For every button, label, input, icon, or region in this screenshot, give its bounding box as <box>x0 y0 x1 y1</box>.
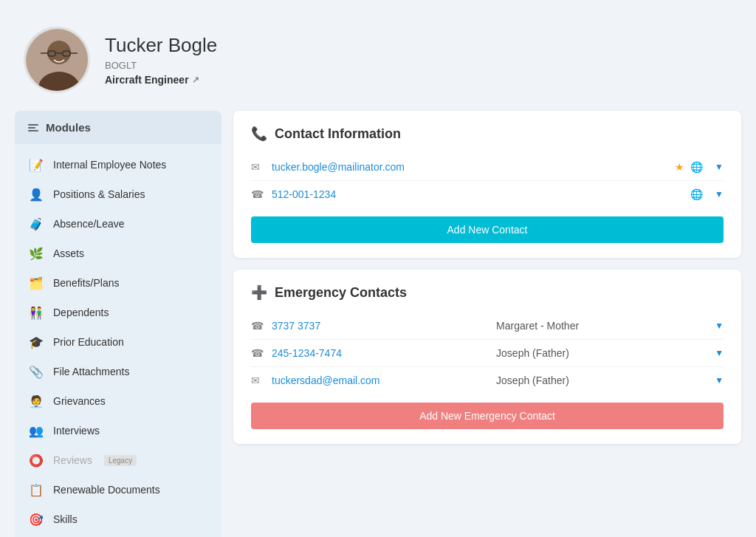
sidebar-item-label-assets: Assets <box>53 247 84 259</box>
profile-name: Tucker Bogle <box>105 34 217 57</box>
sidebar-item-label-prior-education: Prior Education <box>53 336 124 348</box>
sidebar-item-absence-leave[interactable]: 🧳Absence/Leave <box>15 209 221 239</box>
sidebar-item-label-skills: Skills <box>53 513 78 525</box>
modules-icon <box>28 124 38 131</box>
prior-education-icon: 🎓 <box>28 334 44 350</box>
sidebar-list: 📝Internal Employee Notes👤Positions & Sal… <box>15 144 221 537</box>
sidebar: Modules 📝Internal Employee Notes👤Positio… <box>15 111 221 537</box>
sidebar-item-label-interviews: Interviews <box>53 425 100 437</box>
sidebar-item-internal-employee-notes[interactable]: 📝Internal Employee Notes <box>15 150 221 179</box>
emergency-list: ☎3737 3737Margaret - Mother▼☎245-1234-74… <box>251 312 724 394</box>
sidebar-item-renewable-documents[interactable]: 📋Renewable Documents <box>15 475 221 504</box>
contact-badges-1: 🌐▼ <box>690 188 724 200</box>
emergency-contact-value-0: 3737 3737 <box>272 320 484 332</box>
phone-icon: ☎ <box>251 320 272 332</box>
emergency-contact-name-0: Margaret - Mother <box>496 320 709 332</box>
sidebar-item-assets[interactable]: 🌿Assets <box>15 239 221 268</box>
emergency-contact-value-2: tuckersdad@email.com <box>272 374 484 386</box>
sidebar-item-label-grievances: Grievances <box>53 395 106 407</box>
profile-title: Aircraft Engineer ↗ <box>105 74 217 86</box>
emergency-row-0: ☎3737 3737Margaret - Mother▼ <box>251 312 724 340</box>
interviews-icon: 👥 <box>28 423 44 439</box>
sidebar-item-positions-salaries[interactable]: 👤Positions & Salaries <box>15 179 221 209</box>
emergency-row-2: ✉tuckersdad@email.comJoseph (Father)▼ <box>251 367 724 394</box>
emergency-contacts-card: ➕ Emergency Contacts ☎3737 3737Margaret … <box>233 270 741 444</box>
contact-info-card: 📞 Contact Information ✉tucker.bogle@mail… <box>233 111 741 258</box>
star-icon: ★ <box>675 161 684 173</box>
dropdown-arrow-0[interactable]: ▼ <box>715 162 724 172</box>
contact-row-1: ☎512-001-1234🌐▼ <box>251 181 724 208</box>
add-contact-button[interactable]: Add New Contact <box>251 216 724 243</box>
sidebar-item-reviews: ⭕ReviewsLegacy <box>15 445 221 475</box>
phone-icon: 📞 <box>251 126 267 142</box>
grievances-icon: 🧑‍💼 <box>28 393 44 409</box>
renewable-documents-icon: 📋 <box>28 482 44 498</box>
dropdown-arrow-1[interactable]: ▼ <box>715 189 724 199</box>
contact-badges-0: ★🌐▼ <box>675 161 724 173</box>
internal-employee-notes-icon: 📝 <box>28 157 44 173</box>
benefits-plans-icon: 🗂️ <box>28 275 44 291</box>
emergency-contact-name-2: Joseph (Father) <box>496 374 709 386</box>
contact-list: ✉tucker.bogle@mailinator.com★🌐▼☎512-001-… <box>251 154 724 208</box>
emergency-contact-value-1: 245-1234-7474 <box>272 347 484 359</box>
sidebar-title: Modules <box>46 121 91 134</box>
page-wrapper: Tucker Bogle BOGLT Aircraft Engineer ↗ M… <box>15 15 741 537</box>
sidebar-header: Modules <box>15 111 221 144</box>
phone-icon: ☎ <box>251 188 272 200</box>
emergency-contacts-title: Emergency Contacts <box>275 285 407 301</box>
svg-point-1 <box>47 41 71 64</box>
emergency-contacts-header: ➕ Emergency Contacts <box>251 284 724 301</box>
sidebar-item-skills[interactable]: 🎯Skills <box>15 504 221 534</box>
sidebar-item-prior-education[interactable]: 🎓Prior Education <box>15 327 221 357</box>
contact-row-0: ✉tucker.bogle@mailinator.com★🌐▼ <box>251 154 724 181</box>
contact-value-0: tucker.bogle@mailinator.com <box>272 161 675 173</box>
sidebar-item-label-reviews: Reviews <box>53 454 92 466</box>
contact-info-title: Contact Information <box>275 126 401 142</box>
globe-icon: 🌐 <box>690 161 703 173</box>
sidebar-item-label-internal-employee-notes: Internal Employee Notes <box>53 159 166 171</box>
main-layout: Modules 📝Internal Employee Notes👤Positio… <box>15 111 741 537</box>
dependents-icon: 👫 <box>28 304 44 321</box>
reviews-icon: ⭕ <box>28 452 44 468</box>
add-emergency-contact-button[interactable]: Add New Emergency Contact <box>251 403 724 429</box>
emergency-dropdown-arrow-1[interactable]: ▼ <box>715 348 724 358</box>
sidebar-item-label-benefits-plans: Benefits/Plans <box>53 277 120 289</box>
sidebar-item-file-attachments[interactable]: 📎File Attachments <box>15 357 221 386</box>
sidebar-item-label-dependents: Dependents <box>53 307 109 318</box>
profile-info: Tucker Bogle BOGLT Aircraft Engineer ↗ <box>105 34 217 86</box>
positions-salaries-icon: 👤 <box>28 186 44 202</box>
file-attachments-icon: 📎 <box>28 363 44 380</box>
content-area: 📞 Contact Information ✉tucker.bogle@mail… <box>233 111 741 444</box>
emergency-contact-name-1: Joseph (Father) <box>496 347 709 359</box>
emergency-row-1: ☎245-1234-7474Joseph (Father)▼ <box>251 340 724 367</box>
emergency-dropdown-arrow-0[interactable]: ▼ <box>715 321 724 331</box>
email-icon: ✉ <box>251 161 272 173</box>
sidebar-item-training[interactable]: 🏆Training <box>15 534 221 537</box>
profile-code: BOGLT <box>105 60 217 71</box>
assets-icon: 🌿 <box>28 245 44 261</box>
sidebar-item-label-renewable-documents: Renewable Documents <box>53 484 160 496</box>
sidebar-item-grievances[interactable]: 🧑‍💼Grievances <box>15 386 221 416</box>
sidebar-item-label-file-attachments: File Attachments <box>53 366 130 377</box>
emergency-dropdown-arrow-2[interactable]: ▼ <box>715 375 724 386</box>
sidebar-item-dependents[interactable]: 👫Dependents <box>15 298 221 327</box>
absence-leave-icon: 🧳 <box>28 216 44 232</box>
skills-icon: 🎯 <box>28 511 44 527</box>
emergency-icon: ➕ <box>251 284 267 301</box>
sidebar-item-interviews[interactable]: 👥Interviews <box>15 416 221 445</box>
sidebar-item-label-positions-salaries: Positions & Salaries <box>53 188 145 200</box>
phone-icon: ☎ <box>251 347 272 359</box>
globe-icon: 🌐 <box>690 188 703 200</box>
contact-value-1: 512-001-1234 <box>272 188 690 200</box>
sidebar-item-label-absence-leave: Absence/Leave <box>53 218 125 230</box>
contact-info-header: 📞 Contact Information <box>251 126 724 142</box>
profile-header: Tucker Bogle BOGLT Aircraft Engineer ↗ <box>15 15 741 111</box>
sidebar-item-benefits-plans[interactable]: 🗂️Benefits/Plans <box>15 268 221 298</box>
email-icon: ✉ <box>251 374 272 386</box>
avatar <box>24 27 90 93</box>
external-link-icon[interactable]: ↗ <box>192 75 199 85</box>
legacy-badge: Legacy <box>104 455 137 466</box>
